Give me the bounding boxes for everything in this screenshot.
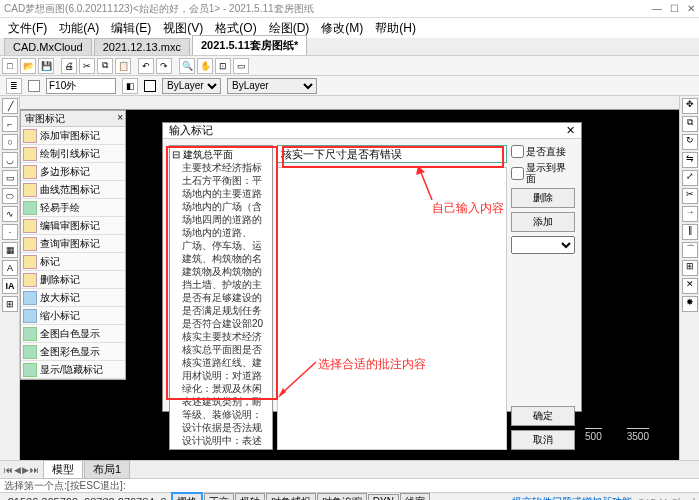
extend-icon[interactable]: →: [682, 206, 698, 222]
panel-close-icon[interactable]: ×: [117, 112, 123, 123]
undo-icon[interactable]: ↶: [138, 58, 154, 74]
menu-draw[interactable]: 绘图(D): [265, 20, 314, 37]
menu-modify[interactable]: 修改(M): [317, 20, 367, 37]
pan-icon[interactable]: ✋: [197, 58, 213, 74]
panel-item-6[interactable]: 查询审图标记: [21, 235, 125, 253]
array-icon[interactable]: ⊞: [682, 260, 698, 276]
cancel-button[interactable]: 取消: [511, 430, 575, 450]
tree-item-10[interactable]: 是否有足够建设的: [172, 291, 270, 304]
cut-icon[interactable]: ✂: [79, 58, 95, 74]
menu-format[interactable]: 格式(O): [211, 20, 260, 37]
tree-item-5[interactable]: 场地内的道路、: [172, 226, 270, 239]
scale-icon[interactable]: ⤢: [682, 170, 698, 186]
chk-show[interactable]: 显示到界面: [511, 162, 575, 184]
doc-tab-2[interactable]: 2021.12.13.mxc: [94, 38, 190, 55]
rotate-icon[interactable]: ↻: [682, 134, 698, 150]
tree-item-18[interactable]: 表述建筑类别，耐: [172, 395, 270, 408]
hatch-icon[interactable]: ▦: [2, 242, 18, 258]
layer-color-swatch[interactable]: [28, 80, 40, 92]
tree-item-6[interactable]: 广场、停车场、运: [172, 239, 270, 252]
feedback-link[interactable]: 提交软件问题或增加新功能: [512, 495, 632, 501]
tree-item-20[interactable]: 设计依据是否法规: [172, 421, 270, 434]
panel-item-4[interactable]: 轻易手绘: [21, 199, 125, 217]
block-icon[interactable]: ⊞: [2, 296, 18, 312]
ellipse-icon[interactable]: ⬭: [2, 188, 18, 204]
menu-file[interactable]: 文件(F): [4, 20, 51, 37]
ok-button[interactable]: 确定: [511, 406, 575, 426]
tree-item-21[interactable]: 设计说明中：表述: [172, 434, 270, 447]
minimize-icon[interactable]: —: [652, 3, 662, 14]
text-icon[interactable]: A: [2, 260, 18, 276]
doc-tab-1[interactable]: CAD.MxCloud: [4, 38, 92, 55]
zoom-win-icon[interactable]: ▭: [233, 58, 249, 74]
rect-icon[interactable]: ▭: [2, 170, 18, 186]
move-icon[interactable]: ✥: [682, 98, 698, 114]
color-swatch[interactable]: [144, 80, 156, 92]
status-polar[interactable]: 极轴: [235, 493, 265, 501]
tree-item-19[interactable]: 等级、装修说明：: [172, 408, 270, 421]
tree-item-13[interactable]: 核实主要技术经济: [172, 330, 270, 343]
tab-prev-icon[interactable]: ◀: [14, 465, 21, 475]
open-icon[interactable]: 📂: [20, 58, 36, 74]
tree-item-12[interactable]: 是否符合建设部20: [172, 317, 270, 330]
trim-icon[interactable]: ✂: [682, 188, 698, 204]
tab-layout1[interactable]: 布局1: [84, 460, 130, 479]
layer-mgr-icon[interactable]: ≣: [6, 78, 22, 94]
panel-item-12[interactable]: 全图彩色显示: [21, 343, 125, 361]
tree-item-9[interactable]: 挡土墙、护坡的主: [172, 278, 270, 291]
tab-last-icon[interactable]: ⏭: [30, 465, 39, 475]
zoom-extents-icon[interactable]: ⊡: [215, 58, 231, 74]
tree-item-4[interactable]: 场地四周的道路的: [172, 213, 270, 226]
status-lwt[interactable]: 线宽: [400, 493, 430, 501]
panel-item-11[interactable]: 全图白色显示: [21, 325, 125, 343]
status-grid[interactable]: 栅格: [171, 492, 203, 501]
panel-item-8[interactable]: 删除标记: [21, 271, 125, 289]
paste-icon[interactable]: 📋: [115, 58, 131, 74]
explode-icon[interactable]: ✸: [682, 296, 698, 312]
line-icon[interactable]: ╱: [2, 98, 18, 114]
spline-icon[interactable]: ∿: [2, 206, 18, 222]
panel-item-9[interactable]: 放大标记: [21, 289, 125, 307]
tab-model[interactable]: 模型: [43, 460, 83, 479]
tree-item-15[interactable]: 核实道路红线、建: [172, 356, 270, 369]
panel-item-5[interactable]: 编辑审图标记: [21, 217, 125, 235]
offset-icon[interactable]: ‖: [682, 224, 698, 240]
mirror-icon[interactable]: ⇋: [682, 152, 698, 168]
print-icon[interactable]: 🖨: [61, 58, 77, 74]
tree-item-8[interactable]: 建筑物及构筑物的: [172, 265, 270, 278]
annotation-tree[interactable]: ⊟ 建筑总平面 主要技术经济指标土石方平衡图：平场地内的主要道路场地内的广场（含…: [169, 145, 273, 450]
status-otrack[interactable]: 对象追踪: [317, 493, 367, 501]
mark-text-input[interactable]: [277, 145, 507, 163]
zoom-icon[interactable]: 🔍: [179, 58, 195, 74]
panel-item-3[interactable]: 曲线范围标记: [21, 181, 125, 199]
tree-item-7[interactable]: 建筑、构筑物的名: [172, 252, 270, 265]
maximize-icon[interactable]: ☐: [670, 3, 679, 14]
tree-item-3[interactable]: 场地内的广场（含: [172, 200, 270, 213]
add-button[interactable]: 添加: [511, 212, 575, 232]
status-ortho[interactable]: 正交: [204, 493, 234, 501]
tree-item-16[interactable]: 用材说明：对道路: [172, 369, 270, 382]
tab-next-icon[interactable]: ▶: [22, 465, 29, 475]
panel-item-7[interactable]: 标记: [21, 253, 125, 271]
redo-icon[interactable]: ↷: [156, 58, 172, 74]
tree-item-14[interactable]: 核实总平面图是否: [172, 343, 270, 356]
status-dyn[interactable]: DYN: [368, 494, 399, 500]
circle-icon[interactable]: ○: [2, 134, 18, 150]
combo-empty[interactable]: [511, 236, 575, 254]
tree-item-2[interactable]: 场地内的主要道路: [172, 187, 270, 200]
command-line[interactable]: 选择第一个点:[按ESC退出]:: [0, 478, 699, 492]
dialog-close-icon[interactable]: ✕: [566, 124, 575, 137]
panel-item-2[interactable]: 多边形标记: [21, 163, 125, 181]
menu-view[interactable]: 视图(V): [159, 20, 207, 37]
new-icon[interactable]: □: [2, 58, 18, 74]
menu-function[interactable]: 功能(A): [55, 20, 103, 37]
doc-tab-3[interactable]: 2021.5.11套房图纸*: [192, 35, 307, 55]
copy2-icon[interactable]: ⧉: [682, 116, 698, 132]
copy-icon[interactable]: ⧉: [97, 58, 113, 74]
layer-iso-icon[interactable]: ◧: [122, 78, 138, 94]
point-icon[interactable]: ·: [2, 224, 18, 240]
polyline-icon[interactable]: ⌐: [2, 116, 18, 132]
tree-item-0[interactable]: 主要技术经济指标: [172, 161, 270, 174]
panel-item-10[interactable]: 缩小标记: [21, 307, 125, 325]
save-icon[interactable]: 💾: [38, 58, 54, 74]
